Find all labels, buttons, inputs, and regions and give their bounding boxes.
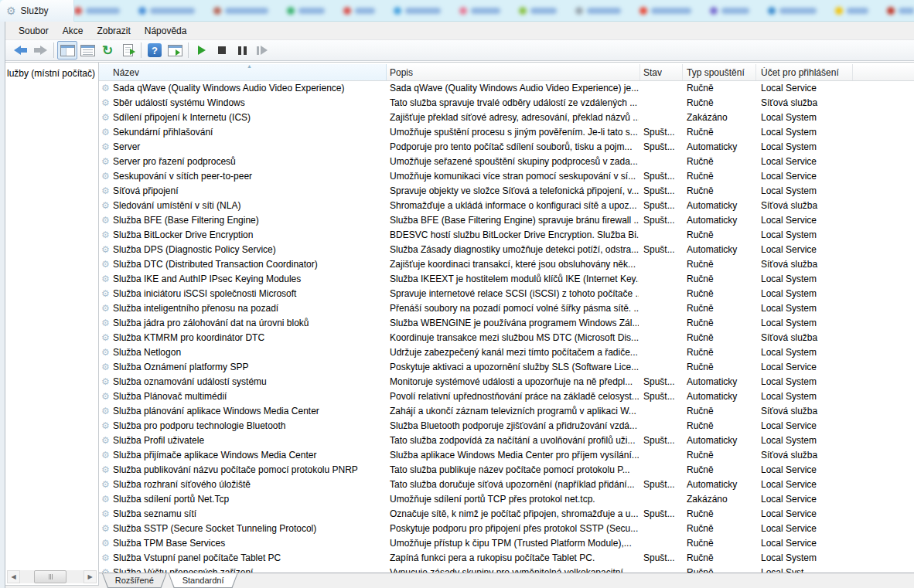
service-row[interactable]: ⚙Služba TPM Base ServicesUmožňuje přístu… [99,536,914,551]
redacted-bookmark-item[interactable] [287,7,325,15]
service-row[interactable]: ⚙Služba oznamování událostí systémuMonit… [99,375,914,389]
help-button[interactable]: ? [145,41,165,59]
redacted-bookmark-item[interactable] [459,7,500,15]
service-status [640,536,681,551]
bookmark-label-blur [721,8,749,14]
service-row[interactable]: ⚙Služba rozhraní síťového úložištěTato s… [99,478,914,492]
forward-button[interactable] [30,41,50,59]
export-list-button[interactable] [118,41,138,59]
service-row[interactable]: ⚙Služba NetlogonUdržuje zabezpečený kaná… [99,345,914,360]
redacted-bookmark-item[interactable] [768,7,817,15]
service-row[interactable]: ⚙Sekundární přihlašováníUmožňuje spuštěn… [99,125,914,140]
menu-item-napoveda[interactable]: Nápověda [138,23,194,39]
redacted-bookmark-item[interactable] [343,7,375,15]
service-startup-type: Ručně [683,169,755,184]
service-row[interactable]: ⚙Služba IKE and AuthIP IPsec Keying Modu… [99,272,914,287]
view-tab-standardni[interactable]: Standardní [169,573,238,588]
column-header-name[interactable]: ▲ Název [99,64,387,80]
service-name: Služba oznamování událostí systému [99,375,385,389]
service-row[interactable]: ⚙Služba DPS (Diagnostic Policy Service)S… [99,243,914,257]
bookmark-favicon [394,7,401,15]
column-header-status[interactable]: Stav [640,64,683,80]
service-name: Služba SSTP (Secure Socket Tunneling Pro… [99,522,385,536]
service-name: Služba jádra pro zálohování dat na úrovn… [99,316,385,331]
redacted-bookmark-item[interactable] [710,7,749,15]
service-row[interactable]: ⚙Služba Oznámení platformy SPPPoskytuje … [99,360,914,375]
service-row[interactable]: ⚙Služba BitLocker Drive EncryptionBDESVC… [99,228,914,243]
view-tab-rozsirene[interactable]: Rozšířené [102,573,167,588]
service-row[interactable]: ⚙Služba plánování aplikace Windows Media… [99,404,914,419]
column-header-startup-type[interactable]: Typ spouštění [683,64,756,80]
service-row[interactable]: ⚙Služba publikování názvu počítače pomoc… [99,463,914,478]
service-row[interactable]: ⚙Sledování umístění v síti (NLA)Shromažď… [99,199,914,213]
service-row[interactable]: ⚙Služba inteligentního přenosu na pozadí… [99,301,914,316]
redacted-bookmark-item[interactable] [887,7,914,15]
service-startup-type: Ručně [683,228,755,243]
redacted-bookmark-item[interactable] [835,7,868,15]
scroll-right-button[interactable]: ▶ [84,570,97,583]
service-row[interactable]: ⚙Sada qWave (Quality Windows Audio Video… [99,81,914,96]
service-row[interactable]: ⚙Služba Profil uživateleTato služba zodp… [99,433,914,448]
service-row[interactable]: ⚙Služba KTMRM pro koordinátor DTCKoordin… [99,331,914,345]
scroll-track[interactable] [20,570,84,583]
refresh-button[interactable]: ↻ [97,41,118,59]
column-header-filler [853,64,914,80]
service-row[interactable]: ⚙Služba jádra pro zálohování dat na úrov… [99,316,914,331]
redacted-bookmark-item[interactable] [213,7,268,15]
service-row[interactable]: ⚙Služba iniciátoru iSCSI společnosti Mic… [99,287,914,301]
service-row[interactable]: ⚙Služba BFE (Base Filtering Engine)Služb… [99,213,914,228]
properties-button[interactable] [77,41,97,59]
redacted-bookmark-item[interactable] [519,7,557,15]
tree-horizontal-scrollbar[interactable]: ◀ ▶ [7,570,97,583]
service-logon-account: Local System [756,184,851,199]
service-row[interactable]: ⚙Služba pro podporu technologie Bluetoot… [99,419,914,433]
service-startup-type: Automaticky [683,389,755,404]
back-button[interactable] [10,41,30,59]
service-row[interactable]: ⚙Síťová připojeníSpravuje objekty ve slo… [99,184,914,199]
scroll-left-button[interactable]: ◀ [7,570,20,583]
service-name: Síťová připojení [99,184,385,199]
menu-item-zobrazit[interactable]: Zobrazit [90,23,137,39]
show-console-tree-button[interactable] [57,41,77,59]
show-action-pane-button[interactable] [165,41,185,59]
redacted-bookmark-item[interactable] [138,7,195,15]
service-row[interactable]: ⚙Služba Plánovač multimédiíPovolí relati… [99,389,914,404]
service-description: Umožňuje komunikaci více stran pomocí se… [387,169,639,184]
menu-item-soubor[interactable]: Soubor [12,23,56,39]
menu-item-akce[interactable]: Akce [56,23,90,39]
redacted-bookmark-item[interactable] [575,7,621,15]
service-description: Poskytuje aktivaci a upozornění služby S… [387,360,639,375]
service-name: Sada qWave (Quality Windows Audio Video … [99,81,385,96]
service-name: Sdílení připojení k Internetu (ICS) [99,110,385,125]
pause-service-button[interactable] [232,41,252,59]
scroll-thumb[interactable] [34,570,67,583]
service-row[interactable]: ⚙Sběr událostí systému WindowsTato služb… [99,96,914,110]
service-description: Tato služba publikuje název počítače pom… [387,463,639,478]
service-description: Umožňuje spuštění procesu s jiným pověře… [387,125,639,140]
service-row[interactable]: ⚙Seskupování v sítích peer-to-peerUmožňu… [99,169,914,184]
service-row[interactable]: ⚙Služba přijímače aplikace Windows Media… [99,448,914,463]
service-row[interactable]: ⚙Služba seznamu sítíOznačuje sítě, k nim… [99,507,914,522]
restart-service-button[interactable] [252,41,272,59]
bookmark-label-blur [86,8,120,14]
column-header-logon-account[interactable]: Účet pro přihlášení [756,64,853,80]
service-row[interactable]: ⚙Služba sdílení portů Net.TcpUmožňuje sd… [99,492,914,507]
service-name: Služba DTC (Distributed Transaction Coor… [99,257,385,272]
service-row[interactable]: ⚙Služba DTC (Distributed Transaction Coo… [99,257,914,272]
service-row[interactable]: ⚙ServerPodporuje pro tento počítač sdíle… [99,140,914,155]
stop-service-button[interactable] [212,41,232,59]
toolbar: ↻ ? [5,39,914,61]
service-row[interactable]: ⚙Služba SSTP (Secure Socket Tunneling Pr… [99,522,914,536]
column-header-description[interactable]: Popis [387,64,640,80]
tree-node-services-local[interactable]: lužby (místní počítač) [7,68,97,79]
start-service-button[interactable] [192,41,212,59]
redacted-bookmark-item[interactable] [74,7,120,15]
service-startup-type: Ručně [683,81,755,96]
redacted-bookmark-item[interactable] [639,7,691,15]
service-row[interactable]: ⚙Server pro řazení podprocesůUmožňuje se… [99,155,914,169]
redacted-bookmark-item[interactable] [394,7,441,15]
window-frame-left [0,22,5,588]
service-row[interactable]: ⚙Sdílení připojení k Internetu (ICS)Zaji… [99,110,914,125]
services-app-icon: ⚙ [6,5,16,16]
service-row[interactable]: ⚙Služba Vstupní panel počítače Tablet PC… [99,551,914,566]
